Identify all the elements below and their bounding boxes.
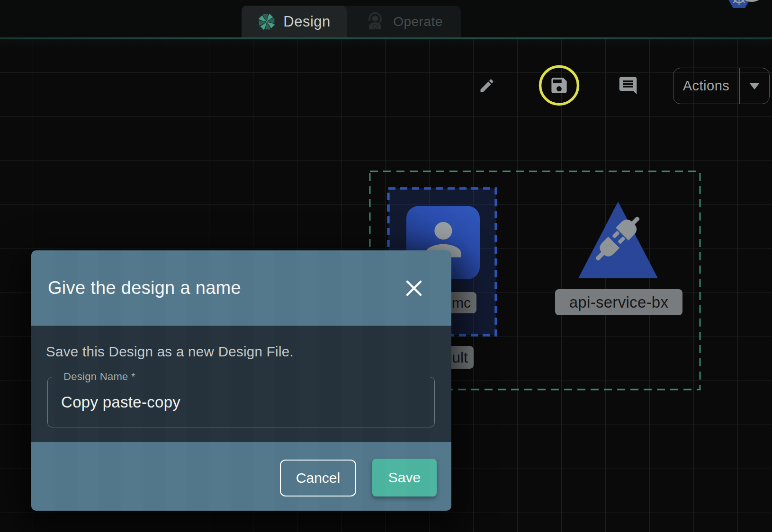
mode-tab-group: Design Operate (242, 6, 461, 38)
tab-design[interactable]: Design (242, 6, 347, 38)
dialog-body: Save this Design as a new Design File. D… (31, 326, 451, 442)
dialog-header: Give the design a name (31, 250, 451, 326)
actions-dropdown-button[interactable] (740, 68, 770, 104)
operator-headset-icon (365, 11, 386, 32)
dialog-description: Save this Design as a new Design File. (46, 344, 294, 360)
meshery-app: mc ult api-service-bx Actions (0, 0, 772, 532)
design-name-value: Copy paste-copy (61, 377, 180, 427)
tab-design-label: Design (283, 13, 331, 30)
save-button-highlight[interactable] (537, 63, 581, 107)
dialog-footer: Cancel Save (31, 442, 451, 511)
top-navigation-bar: Design Operate (0, 0, 772, 38)
tab-operate[interactable]: Operate (347, 6, 461, 38)
dialog-title: Give the design a name (48, 278, 241, 298)
canvas-top-border (0, 37, 772, 39)
actions-button[interactable]: Actions (673, 68, 739, 104)
edit-pencil-icon[interactable] (478, 77, 495, 94)
save-button[interactable]: Save (372, 459, 437, 497)
save-floppy-icon (551, 78, 566, 93)
meshery-logo-icon (258, 13, 276, 31)
api-service-label-chip: api-service-bx (555, 289, 682, 315)
save-design-dialog: Give the design a name Save this Design … (31, 250, 451, 511)
design-name-input[interactable]: Design Name * Copy paste-copy (47, 377, 435, 427)
close-icon[interactable] (405, 279, 423, 297)
cancel-button[interactable]: Cancel (280, 460, 356, 497)
tab-operate-label: Operate (393, 14, 443, 29)
comment-icon[interactable] (618, 75, 638, 96)
actions-split-button: Actions (673, 68, 770, 104)
chevron-down-icon (749, 83, 760, 89)
